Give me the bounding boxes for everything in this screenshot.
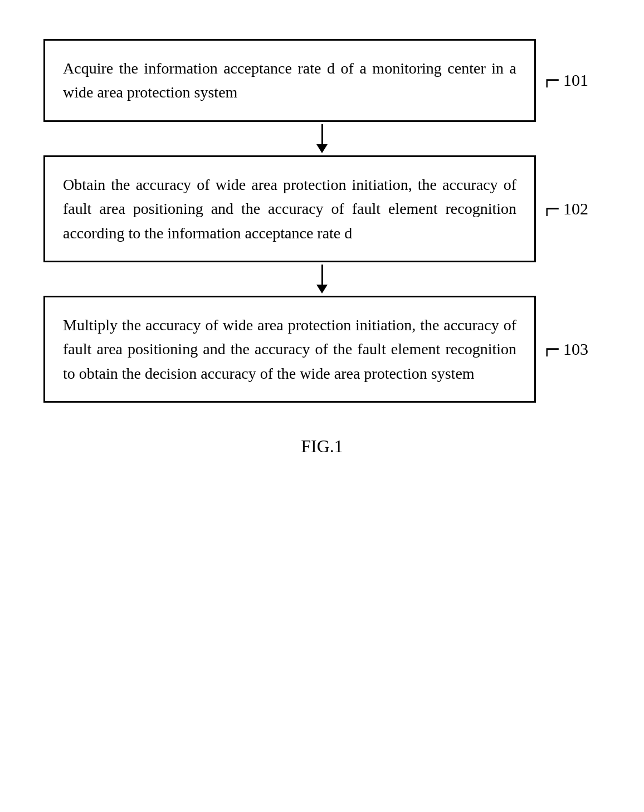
step-101-text: Acquire the information acceptance rate … [63, 60, 516, 101]
arrow-2-shape [316, 265, 328, 294]
arrow-2-head [316, 285, 328, 294]
arrow-2 [43, 262, 601, 296]
arrow-1-shape [316, 124, 328, 153]
step-101-box: Acquire the information acceptance rate … [43, 39, 536, 122]
step-101-label-container: ⌐ 101 [545, 67, 601, 94]
step-103-box: Multiply the accuracy of wide area prote… [43, 296, 536, 403]
step-102-number: 102 [563, 199, 588, 218]
step-101-number: 101 [563, 71, 588, 90]
step-row-102: Obtain the accuracy of wide area protect… [43, 155, 601, 262]
step-row-101: Acquire the information acceptance rate … [43, 39, 601, 122]
step-101-bracket: ⌐ [545, 65, 560, 97]
step-102-box: Obtain the accuracy of wide area protect… [43, 155, 536, 262]
step-102-bracket: ⌐ [545, 193, 560, 225]
step-103-text: Multiply the accuracy of wide area prote… [63, 316, 516, 382]
step-102-text: Obtain the accuracy of wide area protect… [63, 176, 516, 242]
arrow-2-shaft [321, 265, 323, 285]
step-103-label-container: ⌐ 103 [545, 336, 601, 363]
arrow-1 [43, 122, 601, 155]
step-102-label-container: ⌐ 102 [545, 195, 601, 222]
step-103-bracket: ⌐ [545, 333, 560, 365]
step-row-103: Multiply the accuracy of wide area prote… [43, 296, 601, 403]
diagram-container: Acquire the information acceptance rate … [43, 22, 601, 457]
figure-label: FIG.1 [301, 436, 343, 457]
arrow-1-shaft [321, 124, 323, 144]
arrow-1-head [316, 144, 328, 153]
step-103-number: 103 [563, 340, 588, 359]
